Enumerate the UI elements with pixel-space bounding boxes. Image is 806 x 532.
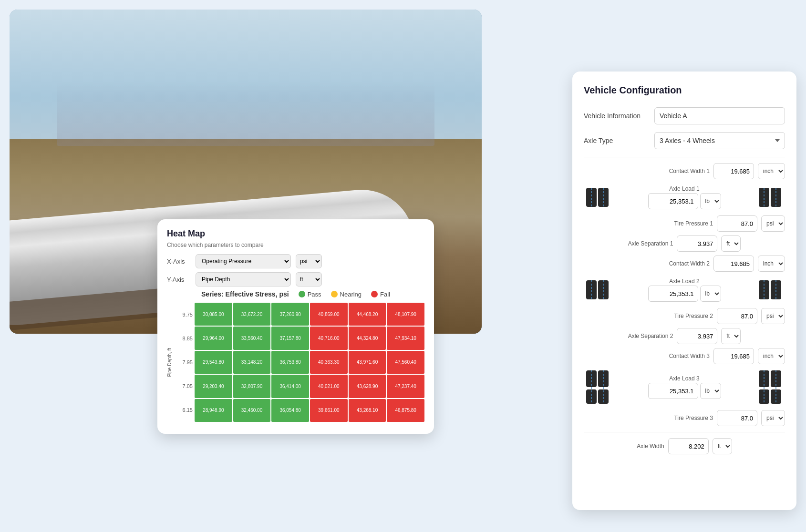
axle-load-2-input[interactable] bbox=[648, 286, 698, 302]
contact-width-3-label: Contact Width 3 bbox=[669, 353, 710, 359]
heatmap-panel: Heat Map Choose which parameters to comp… bbox=[157, 219, 434, 434]
axle-load-1-unit[interactable]: lb bbox=[700, 193, 721, 209]
tire-pressure-3-input[interactable] bbox=[717, 410, 757, 426]
svg-rect-8 bbox=[586, 280, 597, 299]
x-axis-label: X-Axis bbox=[167, 258, 191, 265]
fail-label: Fail bbox=[380, 291, 390, 298]
cell-3-3[interactable]: 40,021.00 bbox=[310, 375, 348, 398]
x-axis-unit-select[interactable]: psi bbox=[296, 254, 322, 268]
contact-width-2-label: Contact Width 2 bbox=[669, 260, 710, 267]
svg-rect-13 bbox=[771, 280, 781, 299]
tire-pressure-2-unit[interactable]: psi bbox=[761, 308, 785, 324]
cell-2-4[interactable]: 43,971.60 bbox=[349, 351, 386, 374]
tire-pressure-2-label: Tire Pressure 2 bbox=[674, 313, 713, 319]
cell-4-1[interactable]: 32,450.00 bbox=[233, 399, 271, 422]
y-label-0: 9.75 bbox=[178, 312, 193, 317]
cell-2-0[interactable]: 29,543.80 bbox=[195, 351, 232, 374]
contact-width-1-input[interactable] bbox=[713, 163, 754, 179]
cell-0-2[interactable]: 37,260.90 bbox=[271, 303, 309, 326]
vehicle-config-panel: Vehicle Configuration Vehicle Informatio… bbox=[572, 72, 796, 510]
cell-0-4[interactable]: 44,468.20 bbox=[349, 303, 386, 326]
svg-rect-0 bbox=[586, 188, 597, 207]
axle-width-row: Axle Width ft bbox=[584, 438, 785, 454]
axle-load-3-unit[interactable]: lb bbox=[700, 383, 721, 399]
y-axis-labels: 9.75 8.85 7.95 7.05 6.15 bbox=[178, 303, 193, 422]
cell-4-3[interactable]: 39,661.00 bbox=[310, 399, 348, 422]
axle-sep-1-label: Axle Separation 1 bbox=[628, 240, 673, 247]
contact-width-1-unit[interactable]: inch bbox=[758, 163, 785, 179]
cell-3-4[interactable]: 43,628.90 bbox=[349, 375, 386, 398]
y-axis-select[interactable]: Pipe Depth bbox=[196, 272, 291, 286]
contact-width-2-unit[interactable]: inch bbox=[758, 256, 785, 272]
cell-3-1[interactable]: 32,807.90 bbox=[233, 375, 271, 398]
cell-2-2[interactable]: 36,753.80 bbox=[271, 351, 309, 374]
y-axis-title-container: Pipe Depth, ft bbox=[167, 303, 176, 422]
cell-1-5[interactable]: 47,934.10 bbox=[387, 327, 424, 349]
svg-rect-1 bbox=[598, 188, 609, 207]
svg-rect-9 bbox=[598, 280, 609, 299]
cell-4-4[interactable]: 43,268.10 bbox=[349, 399, 386, 422]
tire-pressure-1-unit[interactable]: psi bbox=[761, 215, 785, 232]
axle-width-unit[interactable]: ft bbox=[713, 438, 732, 454]
contact-width-3-unit[interactable]: inch bbox=[758, 348, 785, 364]
cell-1-4[interactable]: 44,324.80 bbox=[349, 327, 386, 349]
axle-sep-2-label: Axle Separation 2 bbox=[628, 333, 673, 339]
cell-1-1[interactable]: 33,560.40 bbox=[233, 327, 271, 349]
cell-0-5[interactable]: 48,107.90 bbox=[387, 303, 424, 326]
cell-1-2[interactable]: 37,157.80 bbox=[271, 327, 309, 349]
contact-width-1-label: Contact Width 1 bbox=[669, 168, 710, 174]
cell-2-1[interactable]: 33,148.20 bbox=[233, 351, 271, 374]
cell-2-3[interactable]: 40,363.30 bbox=[310, 351, 348, 374]
svg-rect-4 bbox=[759, 188, 769, 207]
y-axis-unit-select[interactable]: ft bbox=[296, 272, 322, 286]
cell-1-3[interactable]: 40,716.00 bbox=[310, 327, 348, 349]
contact-width-3-input[interactable] bbox=[713, 348, 754, 364]
y-axis-row: Y-Axis Pipe Depth ft bbox=[167, 272, 424, 286]
nearing-dot bbox=[331, 291, 338, 297]
tire-pressure-1-row: Tire Pressure 1 psi bbox=[584, 215, 785, 232]
cell-0-0[interactable]: 30,085.00 bbox=[195, 303, 232, 326]
axle-sep-2-input[interactable] bbox=[677, 328, 717, 344]
axle-width-label: Axle Width bbox=[637, 443, 664, 450]
tire-pressure-1-input[interactable] bbox=[717, 215, 757, 232]
vehicle-info-input[interactable] bbox=[654, 107, 785, 124]
tire-pressure-3-unit[interactable]: psi bbox=[761, 410, 785, 426]
axle-2-row: Axle Load 2 lb bbox=[584, 276, 785, 304]
x-axis-select[interactable]: Operating Pressure bbox=[196, 254, 291, 268]
axle-sep-1-row: Axle Separation 1 ft bbox=[584, 235, 785, 252]
cell-4-0[interactable]: 28,948.90 bbox=[195, 399, 232, 422]
axle-sep-1-input[interactable] bbox=[677, 235, 717, 252]
axle-sep-2-unit[interactable]: ft bbox=[721, 328, 741, 344]
vehicle-info-label: Vehicle Information bbox=[584, 112, 651, 120]
left-tires-3 bbox=[584, 368, 612, 406]
pass-dot bbox=[299, 291, 305, 297]
cell-2-5[interactable]: 47,560.40 bbox=[387, 351, 424, 374]
legend-fail: Fail bbox=[371, 291, 390, 298]
right-tires-2 bbox=[756, 276, 785, 304]
axle-sep-1-unit[interactable]: ft bbox=[721, 235, 741, 252]
cell-0-3[interactable]: 40,869.00 bbox=[310, 303, 348, 326]
pass-label: Pass bbox=[308, 291, 321, 298]
cell-3-2[interactable]: 36,414.00 bbox=[271, 375, 309, 398]
x-axis-row: X-Axis Operating Pressure psi bbox=[167, 254, 424, 268]
axle-type-select[interactable]: 3 Axles - 4 Wheels bbox=[654, 132, 785, 149]
axle-2-center: Axle Load 2 lb bbox=[616, 278, 753, 302]
legend-nearing: Nearing bbox=[331, 291, 362, 298]
axle-width-input[interactable] bbox=[668, 438, 709, 454]
tire-pressure-1-label: Tire Pressure 1 bbox=[674, 220, 713, 227]
axle-load-1-input[interactable] bbox=[648, 193, 698, 209]
cell-4-5[interactable]: 46,875.80 bbox=[387, 399, 424, 422]
cell-0-1[interactable]: 33,672.20 bbox=[233, 303, 271, 326]
axle-load-2-unit[interactable]: lb bbox=[700, 286, 721, 302]
axle-load-3-input[interactable] bbox=[648, 383, 698, 399]
contact-width-2-input[interactable] bbox=[713, 256, 754, 272]
cell-1-0[interactable]: 29,964.00 bbox=[195, 327, 232, 349]
right-tires-3 bbox=[756, 368, 785, 406]
axle-type-label: Axle Type bbox=[584, 137, 651, 144]
tire-pressure-2-input[interactable] bbox=[717, 308, 757, 324]
cell-4-2[interactable]: 36,054.80 bbox=[271, 399, 309, 422]
cell-3-0[interactable]: 29,203.40 bbox=[195, 375, 232, 398]
cell-3-5[interactable]: 47,237.40 bbox=[387, 375, 424, 398]
nearing-label: Nearing bbox=[340, 291, 362, 298]
heatmap-grid: 30,085.00 33,672.20 37,260.90 40,869.00 … bbox=[195, 303, 424, 422]
